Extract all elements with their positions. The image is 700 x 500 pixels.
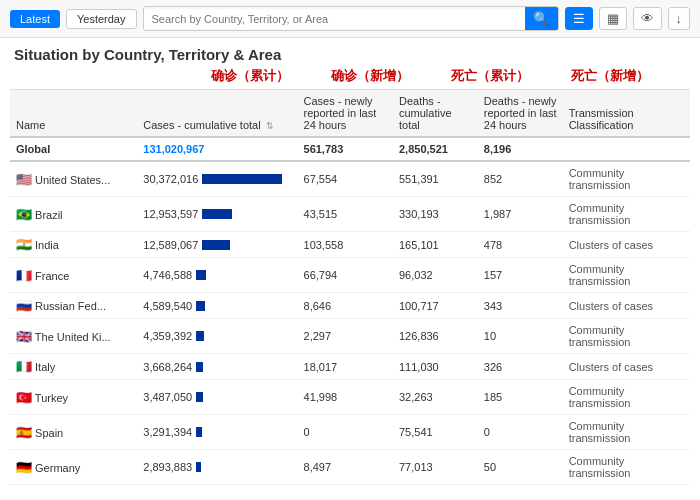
subtitle-row: 确诊（累计） 确诊（新增） 死亡（累计） 死亡（新增） (0, 65, 700, 89)
row-name: 🇵🇱 Poland (10, 485, 137, 490)
toolbar: Latest Yesterday 🔍 ☰ ▦ 👁 ↓ (0, 0, 700, 38)
col-header-cases-new: Cases - newly reported in last 24 hours (298, 90, 393, 137)
country-name: India (35, 239, 59, 251)
cases-cum-value: 12,953,597 (143, 208, 198, 220)
col-header-name: Name (10, 90, 137, 137)
cases-cum-value: 30,372,016 (143, 173, 198, 185)
row-name: 🇹🇷 Turkey (10, 380, 137, 415)
country-name: Germany (35, 462, 80, 474)
data-table: Name Cases - cumulative total ⇅ Cases - … (10, 90, 690, 489)
cases-bar (202, 209, 232, 219)
country-name: France (35, 270, 69, 282)
row-cases-cum: 30,372,016 (137, 161, 297, 197)
flag-icon: 🇩🇪 (16, 460, 32, 475)
row-cases-new: 0 (298, 415, 393, 450)
row-cases-cum: 4,359,392 (137, 319, 297, 354)
country-name: Turkey (35, 392, 68, 404)
row-deaths-cum: 96,032 (393, 258, 478, 293)
cases-bar (196, 392, 203, 402)
cases-bar (196, 427, 202, 437)
row-name: 🇺🇸 United States... (10, 161, 137, 197)
cases-bar (196, 362, 203, 372)
cases-cum-value: 4,359,392 (143, 330, 192, 342)
flag-icon: 🇺🇸 (16, 172, 32, 187)
row-deaths-cum: 126,836 (393, 319, 478, 354)
flag-icon: 🇬🇧 (16, 329, 32, 344)
country-name: Italy (35, 361, 55, 373)
row-deaths-new: 10 (478, 319, 563, 354)
row-name: 🇪🇸 Spain (10, 415, 137, 450)
row-transmission: Community transmission (563, 258, 690, 293)
global-deaths-cum: 2,850,521 (393, 137, 478, 161)
row-deaths-cum: 551,391 (393, 161, 478, 197)
row-deaths-cum: 111,030 (393, 354, 478, 380)
download-button[interactable]: ↓ (668, 7, 691, 30)
latest-button[interactable]: Latest (10, 10, 60, 28)
global-transmission (563, 137, 690, 161)
row-cases-new: 8,497 (298, 450, 393, 485)
flag-icon: 🇷🇺 (16, 298, 32, 313)
row-cases-new: 41,998 (298, 380, 393, 415)
sort-icon: ⇅ (266, 121, 274, 131)
flag-icon: 🇪🇸 (16, 425, 32, 440)
row-name: 🇫🇷 France (10, 258, 137, 293)
row-name: 🇩🇪 Germany (10, 450, 137, 485)
row-transmission: Community transmission (563, 319, 690, 354)
subtitle-cases-cum: 确诊（累计） (200, 67, 300, 85)
row-transmission: Clusters of cases (563, 354, 690, 380)
country-name: United States... (35, 174, 110, 186)
table-row: 🇺🇸 United States...30,372,016 67,554551,… (10, 161, 690, 197)
cases-bar (196, 270, 206, 280)
table-row: 🇩🇪 Germany2,893,883 8,49777,01350Communi… (10, 450, 690, 485)
cases-bar (202, 240, 230, 250)
row-deaths-new: 852 (478, 161, 563, 197)
cases-bar (196, 462, 201, 472)
row-cases-new: 18,017 (298, 354, 393, 380)
row-cases-cum: 2,893,883 (137, 450, 297, 485)
table-row: 🇹🇷 Turkey3,487,050 41,99832,263185Commun… (10, 380, 690, 415)
search-button[interactable]: 🔍 (525, 7, 558, 30)
country-name: Russian Fed... (35, 300, 106, 312)
row-deaths-new: 326 (478, 354, 563, 380)
row-deaths-new: 50 (478, 450, 563, 485)
row-transmission: Community transmission (563, 415, 690, 450)
subtitle-deaths-cum: 死亡（累计） (440, 67, 540, 85)
row-name: 🇮🇹 Italy (10, 354, 137, 380)
flag-icon: 🇫🇷 (16, 268, 32, 283)
row-cases-new: 8,646 (298, 293, 393, 319)
flag-icon: 🇮🇳 (16, 237, 32, 252)
row-cases-cum: 12,953,597 (137, 197, 297, 232)
table-row: 🇵🇱 Poland2,448,463 9,92155,00564Communit… (10, 485, 690, 490)
cases-bar (202, 174, 282, 184)
row-deaths-new: 185 (478, 380, 563, 415)
row-name: 🇮🇳 India (10, 232, 137, 258)
global-name: Global (10, 137, 137, 161)
table-row: 🇮🇹 Italy3,668,264 18,017111,030326Cluste… (10, 354, 690, 380)
row-transmission: Community transmission (563, 485, 690, 490)
grid-view-button[interactable]: ▦ (599, 7, 627, 30)
global-cases-link[interactable]: 131,020,967 (143, 143, 204, 155)
list-view-button[interactable]: ☰ (565, 7, 593, 30)
row-deaths-cum: 75,541 (393, 415, 478, 450)
table-row: 🇷🇺 Russian Fed...4,589,540 8,646100,7173… (10, 293, 690, 319)
search-input[interactable] (144, 9, 525, 29)
row-deaths-new: 157 (478, 258, 563, 293)
table-container[interactable]: Name Cases - cumulative total ⇅ Cases - … (10, 89, 690, 489)
row-deaths-cum: 77,013 (393, 450, 478, 485)
row-cases-cum: 2,448,463 (137, 485, 297, 490)
global-cases-new: 561,783 (298, 137, 393, 161)
eye-button[interactable]: 👁 (633, 7, 662, 30)
row-deaths-new: 1,987 (478, 197, 563, 232)
row-transmission: Community transmission (563, 161, 690, 197)
yesterday-button[interactable]: Yesterday (66, 9, 137, 29)
table-row: 🇬🇧 The United Ki...4,359,392 2,297126,83… (10, 319, 690, 354)
table-row: 🇮🇳 India12,589,067 103,558165,101478Clus… (10, 232, 690, 258)
col-header-cases-cum[interactable]: Cases - cumulative total ⇅ (137, 90, 297, 137)
row-cases-cum: 3,291,394 (137, 415, 297, 450)
row-deaths-cum: 330,193 (393, 197, 478, 232)
row-cases-cum: 3,487,050 (137, 380, 297, 415)
cases-cum-value: 3,487,050 (143, 391, 192, 403)
col-header-deaths-cum: Deaths - cumulative total (393, 90, 478, 137)
row-cases-new: 43,515 (298, 197, 393, 232)
row-transmission: Community transmission (563, 450, 690, 485)
